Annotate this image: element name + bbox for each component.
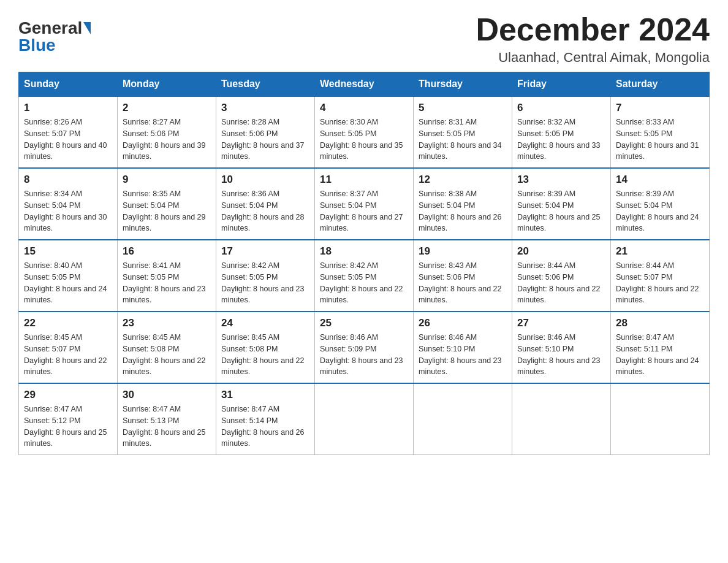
calendar-week-1: 1 Sunrise: 8:26 AMSunset: 5:07 PMDayligh… — [19, 96, 710, 168]
calendar-cell: 26 Sunrise: 8:46 AMSunset: 5:10 PMDaylig… — [414, 312, 512, 383]
calendar-cell: 17 Sunrise: 8:42 AMSunset: 5:05 PMDaylig… — [216, 240, 315, 312]
calendar-header-tuesday: Tuesday — [216, 72, 315, 97]
calendar-header-monday: Monday — [118, 72, 216, 97]
day-number: 23 — [123, 317, 211, 329]
day-number: 13 — [517, 174, 605, 186]
day-number: 30 — [123, 389, 211, 401]
day-info: Sunrise: 8:44 AMSunset: 5:07 PMDaylight:… — [616, 260, 704, 306]
calendar-cell: 20 Sunrise: 8:44 AMSunset: 5:06 PMDaylig… — [512, 240, 611, 312]
calendar-cell: 7 Sunrise: 8:33 AMSunset: 5:05 PMDayligh… — [611, 96, 710, 168]
calendar-cell: 29 Sunrise: 8:47 AMSunset: 5:12 PMDaylig… — [19, 383, 118, 455]
day-number: 27 — [517, 317, 605, 329]
calendar-week-2: 8 Sunrise: 8:34 AMSunset: 5:04 PMDayligh… — [19, 168, 710, 240]
day-info: Sunrise: 8:32 AMSunset: 5:05 PMDaylight:… — [517, 117, 605, 163]
day-info: Sunrise: 8:39 AMSunset: 5:04 PMDaylight:… — [517, 188, 605, 234]
day-info: Sunrise: 8:45 AMSunset: 5:08 PMDaylight:… — [221, 332, 309, 378]
day-number: 31 — [221, 389, 309, 401]
day-number: 26 — [419, 317, 507, 329]
day-number: 2 — [123, 102, 211, 114]
day-number: 17 — [221, 245, 309, 258]
day-number: 9 — [123, 174, 211, 186]
day-info: Sunrise: 8:40 AMSunset: 5:05 PMDaylight:… — [24, 260, 112, 306]
day-info: Sunrise: 8:45 AMSunset: 5:07 PMDaylight:… — [24, 332, 112, 378]
calendar-cell: 3 Sunrise: 8:28 AMSunset: 5:06 PMDayligh… — [216, 96, 315, 168]
calendar-cell — [512, 383, 611, 455]
calendar-cell: 25 Sunrise: 8:46 AMSunset: 5:09 PMDaylig… — [315, 312, 414, 383]
day-number: 3 — [221, 102, 309, 114]
calendar-cell: 8 Sunrise: 8:34 AMSunset: 5:04 PMDayligh… — [19, 168, 118, 240]
day-info: Sunrise: 8:39 AMSunset: 5:04 PMDaylight:… — [616, 188, 704, 234]
calendar-cell — [611, 383, 710, 455]
day-info: Sunrise: 8:46 AMSunset: 5:10 PMDaylight:… — [517, 332, 605, 378]
calendar-cell: 10 Sunrise: 8:36 AMSunset: 5:04 PMDaylig… — [216, 168, 315, 240]
day-number: 7 — [616, 102, 704, 114]
day-number: 25 — [320, 317, 408, 329]
day-info: Sunrise: 8:28 AMSunset: 5:06 PMDaylight:… — [221, 117, 309, 163]
day-info: Sunrise: 8:27 AMSunset: 5:06 PMDaylight:… — [123, 117, 211, 163]
calendar-cell: 2 Sunrise: 8:27 AMSunset: 5:06 PMDayligh… — [118, 96, 216, 168]
calendar-week-4: 22 Sunrise: 8:45 AMSunset: 5:07 PMDaylig… — [19, 312, 710, 383]
calendar-header-row: SundayMondayTuesdayWednesdayThursdayFrid… — [19, 72, 710, 97]
calendar-cell: 16 Sunrise: 8:41 AMSunset: 5:05 PMDaylig… — [118, 240, 216, 312]
calendar-cell: 28 Sunrise: 8:47 AMSunset: 5:11 PMDaylig… — [611, 312, 710, 383]
calendar-cell: 31 Sunrise: 8:47 AMSunset: 5:14 PMDaylig… — [216, 383, 315, 455]
title-area: December 2024 Ulaanhad, Central Aimak, M… — [476, 12, 710, 66]
calendar-header-friday: Friday — [512, 72, 611, 97]
day-info: Sunrise: 8:46 AMSunset: 5:09 PMDaylight:… — [320, 332, 408, 378]
day-number: 28 — [616, 317, 704, 329]
day-number: 6 — [517, 102, 605, 114]
day-info: Sunrise: 8:47 AMSunset: 5:13 PMDaylight:… — [123, 404, 211, 450]
day-info: Sunrise: 8:31 AMSunset: 5:05 PMDaylight:… — [419, 117, 507, 163]
day-info: Sunrise: 8:37 AMSunset: 5:04 PMDaylight:… — [320, 188, 408, 234]
day-number: 22 — [24, 317, 112, 329]
day-number: 19 — [419, 245, 507, 258]
calendar-header-sunday: Sunday — [19, 72, 118, 97]
calendar-cell — [315, 383, 414, 455]
calendar-cell: 15 Sunrise: 8:40 AMSunset: 5:05 PMDaylig… — [19, 240, 118, 312]
calendar-cell: 6 Sunrise: 8:32 AMSunset: 5:05 PMDayligh… — [512, 96, 611, 168]
logo-blue-part — [82, 22, 92, 34]
calendar-cell: 4 Sunrise: 8:30 AMSunset: 5:05 PMDayligh… — [315, 96, 414, 168]
day-number: 8 — [24, 174, 112, 186]
calendar-table: SundayMondayTuesdayWednesdayThursdayFrid… — [18, 72, 710, 455]
calendar-cell: 22 Sunrise: 8:45 AMSunset: 5:07 PMDaylig… — [19, 312, 118, 383]
calendar-cell: 21 Sunrise: 8:44 AMSunset: 5:07 PMDaylig… — [611, 240, 710, 312]
day-number: 5 — [419, 102, 507, 114]
day-info: Sunrise: 8:41 AMSunset: 5:05 PMDaylight:… — [123, 260, 211, 306]
day-number: 1 — [24, 102, 112, 114]
calendar-header-thursday: Thursday — [414, 72, 512, 97]
calendar-cell: 23 Sunrise: 8:45 AMSunset: 5:08 PMDaylig… — [118, 312, 216, 383]
calendar-cell: 18 Sunrise: 8:42 AMSunset: 5:05 PMDaylig… — [315, 240, 414, 312]
calendar-cell: 27 Sunrise: 8:46 AMSunset: 5:10 PMDaylig… — [512, 312, 611, 383]
calendar-header-saturday: Saturday — [611, 72, 710, 97]
day-info: Sunrise: 8:46 AMSunset: 5:10 PMDaylight:… — [419, 332, 507, 378]
day-number: 24 — [221, 317, 309, 329]
calendar-cell: 1 Sunrise: 8:26 AMSunset: 5:07 PMDayligh… — [19, 96, 118, 168]
day-number: 12 — [419, 174, 507, 186]
calendar-cell: 19 Sunrise: 8:43 AMSunset: 5:06 PMDaylig… — [414, 240, 512, 312]
calendar-cell: 11 Sunrise: 8:37 AMSunset: 5:04 PMDaylig… — [315, 168, 414, 240]
calendar-header-wednesday: Wednesday — [315, 72, 414, 97]
day-info: Sunrise: 8:47 AMSunset: 5:12 PMDaylight:… — [24, 404, 112, 450]
calendar-cell: 24 Sunrise: 8:45 AMSunset: 5:08 PMDaylig… — [216, 312, 315, 383]
calendar-cell: 12 Sunrise: 8:38 AMSunset: 5:04 PMDaylig… — [414, 168, 512, 240]
day-info: Sunrise: 8:42 AMSunset: 5:05 PMDaylight:… — [221, 260, 309, 306]
day-number: 20 — [517, 245, 605, 258]
day-info: Sunrise: 8:26 AMSunset: 5:07 PMDaylight:… — [24, 117, 112, 163]
day-number: 11 — [320, 174, 408, 186]
day-info: Sunrise: 8:44 AMSunset: 5:06 PMDaylight:… — [517, 260, 605, 306]
calendar-week-5: 29 Sunrise: 8:47 AMSunset: 5:12 PMDaylig… — [19, 383, 710, 455]
day-info: Sunrise: 8:33 AMSunset: 5:05 PMDaylight:… — [616, 117, 704, 163]
calendar-cell: 5 Sunrise: 8:31 AMSunset: 5:05 PMDayligh… — [414, 96, 512, 168]
day-info: Sunrise: 8:34 AMSunset: 5:04 PMDaylight:… — [24, 188, 112, 234]
logo: General Blue — [18, 12, 92, 55]
day-info: Sunrise: 8:36 AMSunset: 5:04 PMDaylight:… — [221, 188, 309, 234]
day-info: Sunrise: 8:47 AMSunset: 5:14 PMDaylight:… — [221, 404, 309, 450]
day-number: 15 — [24, 245, 112, 258]
day-info: Sunrise: 8:42 AMSunset: 5:05 PMDaylight:… — [320, 260, 408, 306]
calendar-cell — [414, 383, 512, 455]
logo-blue-text: Blue — [18, 36, 56, 55]
day-info: Sunrise: 8:30 AMSunset: 5:05 PMDaylight:… — [320, 117, 408, 163]
day-number: 10 — [221, 174, 309, 186]
calendar-body: 1 Sunrise: 8:26 AMSunset: 5:07 PMDayligh… — [19, 96, 710, 455]
